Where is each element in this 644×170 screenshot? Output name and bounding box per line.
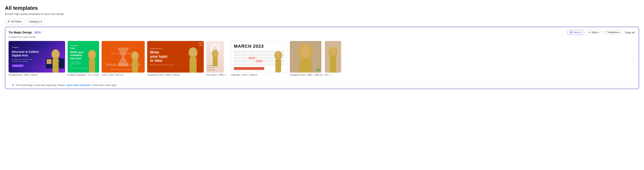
cal-cell [248, 51, 255, 53]
card1-label: Facebook Ad • 1200 × 628 px [8, 74, 65, 78]
headline-button[interactable]: T Headline ▾ [603, 30, 623, 35]
templates-row: ⬡ thynix Discover & CollectDigital Arts … [8, 41, 636, 78]
card5-label: Your Story • 1080 × … [206, 74, 228, 78]
magic-title-area: Try Magic Design BETA [8, 31, 42, 34]
svg-rect-28 [330, 57, 336, 73]
cal-cell [234, 63, 241, 66]
category-label: Category [29, 20, 40, 23]
template-card[interactable]: ✓ Instagram Post • 1080 × 1080 px [290, 41, 322, 78]
template-card-image: ✓ [290, 41, 322, 73]
cal-cell [241, 57, 248, 59]
headline-chevron-icon: ▾ [618, 31, 620, 34]
card4-inner: Really Great Brand Writeyour topicor ide… [147, 41, 204, 73]
all-filters-button[interactable]: ☰ All Filters [5, 19, 24, 24]
svg-rect-24 [300, 59, 312, 73]
calendar-month: MARCH 2023 [234, 44, 284, 49]
cal-cell [234, 51, 241, 53]
cal-cell [248, 60, 255, 62]
card2-label: Invitation (Square) • 14 × 14 cm [68, 74, 99, 78]
cal-cell [263, 54, 270, 56]
svg-point-9 [132, 52, 138, 59]
filter-bar: ☰ All Filters Category ▾ [5, 19, 639, 24]
cal-cell [241, 63, 248, 66]
cal-cell [234, 54, 241, 56]
card4-right [181, 41, 204, 73]
cal-cell [256, 63, 262, 66]
svg-point-18 [213, 50, 218, 56]
svg-rect-20 [276, 59, 281, 72]
template-card-image: ⬡ thynix Discover & CollectDigital Arts … [8, 41, 65, 73]
report-templates-link[interactable]: report these templates [66, 84, 90, 87]
card7-badge: ✓ [317, 69, 320, 71]
svg-rect-11 [190, 57, 196, 73]
svg-rect-1 [52, 58, 58, 73]
magic-design-box: Try Magic Design BETA 🖼 Media ▾ ✦ Style … [5, 27, 639, 89]
template-card-image: MARCH 2023 [231, 41, 288, 73]
template-card-image: Really great brand Write yourinvitationt… [68, 41, 99, 73]
cal-cell [256, 54, 262, 56]
cal-cell [234, 60, 241, 62]
media-icon: 🖼 [570, 31, 572, 34]
svg-rect-4 [89, 59, 95, 73]
card3-bust-svg [128, 50, 143, 73]
card1-button: Discover Now [12, 64, 24, 67]
template-card-image: GiveawayGiveawayGiveaway [206, 41, 224, 73]
card6-bust-svg [271, 50, 286, 72]
svg-point-21 [276, 52, 281, 59]
svg-rect-8 [132, 60, 138, 73]
template-card-image: ADD A SHORT DESCRIPTION YOUR TITLE HERE … [102, 41, 145, 73]
cal-cell [248, 63, 255, 66]
card4-desc: Briefly elaborate on what you want to di… [150, 64, 178, 66]
card8-label: A4 • … [325, 74, 341, 78]
beta-badge: BETA [34, 31, 42, 34]
card4-brand: Really Great Brand [150, 48, 178, 49]
svg-point-12 [190, 48, 196, 56]
card2-bust-svg [84, 48, 99, 73]
style-icon: ✦ [589, 31, 591, 34]
cal-cell [234, 57, 241, 59]
template-card[interactable]: ⬡ thynix Discover & CollectDigital Arts … [8, 41, 65, 78]
card7-label: Instagram Post • 1080 × 1080 px [290, 74, 322, 78]
card4-left: Really Great Brand Writeyour topicor ide… [147, 41, 181, 73]
headline-label: Headline [608, 31, 618, 34]
style-button[interactable]: ✦ Style ▾ [586, 30, 602, 35]
page-title: All templates [5, 5, 639, 11]
card7-bust-svg [290, 41, 322, 73]
media-label: Media [573, 31, 580, 34]
filter-icon: ☰ [8, 20, 10, 23]
magic-header: Try Magic Design BETA 🖼 Media ▾ ✦ Style … [8, 30, 636, 35]
magic-controls: 🖼 Media ▾ ✦ Style ▾ T Headline ▾ Clear a… [567, 30, 636, 35]
card2-small: Really great [70, 45, 96, 46]
card4-title: Writeyour topicor idea [150, 51, 178, 63]
cal-cell [241, 60, 248, 62]
notice-text: This technology is new and improving. Pl… [16, 84, 65, 87]
template-card[interactable]: Really great brand Write yourinvitationt… [68, 41, 99, 78]
clear-all-button[interactable]: Clear all [624, 30, 636, 35]
template-card[interactable]: ADD A SHORT DESCRIPTION YOUR TITLE HERE … [102, 41, 145, 78]
page-container: All templates Browse high quality templa… [0, 0, 644, 170]
magic-design-title: Try Magic Design [8, 31, 32, 34]
headline-icon: T [606, 31, 607, 34]
media-button[interactable]: 🖼 Media ▾ [567, 30, 584, 35]
cal-cell [263, 63, 270, 66]
chevron-down-icon: ▾ [40, 20, 42, 23]
templates-wrapper: ⬡ thynix Discover & CollectDigital Arts … [8, 41, 636, 78]
card3-label: Card • 14.8 × 10.5 cm [102, 74, 145, 78]
template-card[interactable]: MARCH 2023 [231, 41, 288, 78]
cal-cell [248, 54, 255, 56]
card6-label: Calendar • 1920 × 1080 px [231, 74, 288, 78]
category-button[interactable]: Category ▾ [26, 19, 44, 24]
cal-cell [256, 60, 262, 62]
calendar-bar [234, 67, 264, 70]
magic-sub-label: Created from your media [8, 36, 636, 39]
template-card[interactable]: A4 • … [325, 41, 341, 78]
template-card[interactable]: Really Great Brand Writeyour topicor ide… [147, 41, 204, 78]
cal-cell [256, 57, 262, 59]
notice-text-after: if they don't seem right. [92, 84, 117, 87]
cal-cell [263, 60, 270, 62]
svg-point-29 [330, 48, 336, 56]
carousel-next-button[interactable]: › [632, 57, 636, 63]
cal-cell [241, 51, 248, 53]
cal-cell [256, 51, 262, 53]
template-card[interactable]: GiveawayGiveawayGiveaway Your Story • 10… [206, 41, 228, 78]
